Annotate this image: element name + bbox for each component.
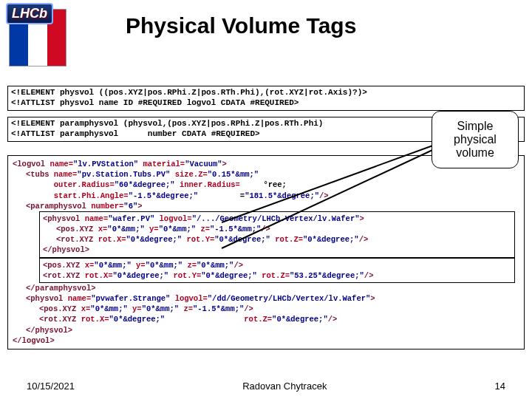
code-line: </logvol> — [13, 335, 519, 346]
code-line: start.Phi.Angle="-1.5*&degree;" ="181.5*… — [13, 191, 519, 201]
lhcb-text: LHCb — [12, 6, 47, 21]
code-line: outer.Radius="60*&degree;" inner.Radius=… — [13, 180, 519, 190]
dtd-line: <!ATTLIST paramphysvol number CDATA #REQ… — [11, 129, 260, 138]
physvol-inner-box: <physvol name="wafer.PV" logvol="/.../Ge… — [39, 211, 515, 258]
code-line: </physvol> — [13, 325, 519, 335]
footer-page: 14 — [495, 381, 505, 392]
code-line: <tubs name="pv.Station.Tubs.PV" size.Z="… — [13, 169, 519, 180]
posrot-inner-box: <pos.XYZ x="0*&mm;" y="0*&mm;" z="0*&mm;… — [39, 258, 515, 283]
lhcb-badge: LHCb — [6, 3, 53, 24]
dtd-block-physvol: <!ELEMENT physvol ((pos.XYZ|pos.RPhi.Z|p… — [7, 86, 525, 111]
callout-line2: physical — [454, 133, 497, 146]
footer-author: Radovan Chytracek — [242, 381, 327, 392]
code-line: <physvol name="pvwafer.Strange" logvol="… — [13, 293, 519, 304]
code-line: <pos.XYZ x="0*&mm;" y="0*&mm;" z="-1.5*&… — [43, 224, 511, 234]
dtd-line: <!ELEMENT paramphysvol (physvol,(pos.XYZ… — [11, 119, 323, 128]
code-line: </physvol> — [43, 245, 511, 255]
code-line: <rot.XYZ rot.X="0*&degree;" rot.Y="0*&de… — [43, 270, 511, 281]
page-title: Physical Volume Tags — [126, 13, 356, 38]
code-line: </paramphysvol> — [13, 283, 519, 293]
code-line: <rot.XYZ rot.X="0*&degree;" rot.Y="0*&de… — [43, 234, 511, 245]
xml-code-block: <logvol name="lv.PVStation" material="Va… — [7, 155, 525, 349]
code-line: <pos.XYZ x="0*&mm;" y="0*&mm;" z="0*&mm;… — [43, 260, 511, 270]
footer: 10/15/2021 Radovan Chytracek 14 — [0, 381, 532, 392]
code-line: <pos.XYZ x="0*&mm;" y="0*&mm;" z="-1.5*&… — [13, 304, 519, 314]
dtd-line: <!ELEMENT physvol ((pos.XYZ|pos.RPhi.Z|p… — [11, 88, 367, 97]
callout-line3: volume — [456, 146, 494, 160]
footer-date: 10/15/2021 — [27, 381, 75, 392]
dtd-line: <!ATTLIST physvol name ID #REQUIRED logv… — [11, 98, 299, 107]
callout-box: Simple physical volume — [432, 111, 519, 168]
code-line: <rot.XYZ rot.X="0*&degree;" rot.Z="0*&de… — [13, 314, 519, 324]
callout-line1: Simple — [457, 120, 494, 133]
